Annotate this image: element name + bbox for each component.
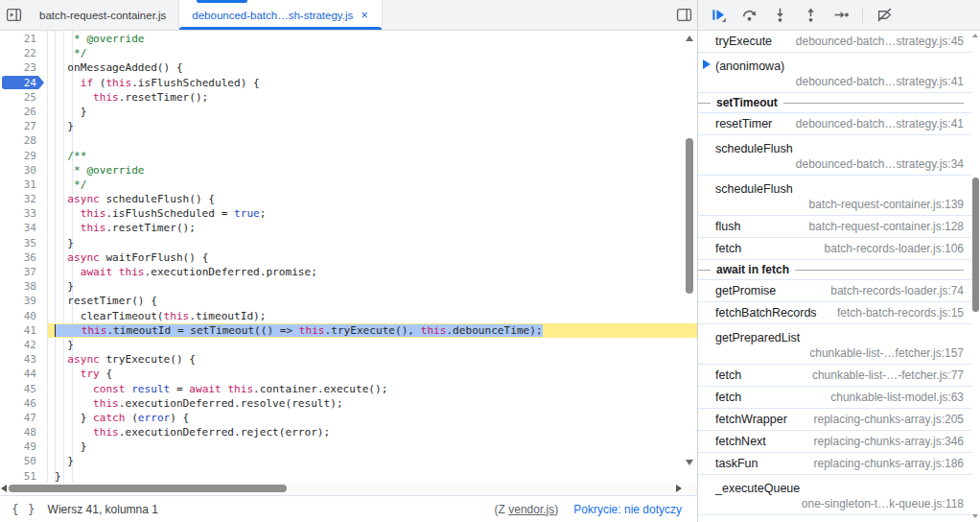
code-line[interactable]: resetTimer() { <box>48 294 697 308</box>
line-number[interactable]: 47 <box>0 411 47 425</box>
panel-scroll-up-icon[interactable] <box>972 34 978 37</box>
code-line[interactable]: * @override <box>48 163 697 178</box>
step-out-button[interactable] <box>798 3 823 28</box>
line-number[interactable]: 40 <box>0 309 47 323</box>
step-over-button[interactable] <box>736 3 761 28</box>
call-stack-frame[interactable]: fetchNextreplacing-chunks-array.js:346 <box>698 431 971 453</box>
code-line[interactable]: */ <box>48 46 697 60</box>
call-stack-frame[interactable]: fetchbatch-records-loader.js:106 <box>698 238 971 260</box>
line-number[interactable]: 25 <box>0 90 47 105</box>
panel-scroll-down-icon[interactable] <box>972 514 978 518</box>
line-number[interactable]: 32 <box>0 192 47 206</box>
code-line[interactable]: } <box>48 105 697 119</box>
code-line[interactable]: async waitForFlush() { <box>48 250 697 265</box>
code-line[interactable]: try { <box>48 367 697 381</box>
line-number[interactable]: 29 <box>0 149 47 163</box>
call-stack-frame[interactable]: fetchBatchRecordsfetch-batch-records.js:… <box>698 302 971 324</box>
code-line[interactable]: if (this.isFlushScheduled) { <box>48 76 697 90</box>
line-number[interactable]: 39 <box>0 294 47 308</box>
editor-vertical-scrollbar[interactable] <box>683 31 696 483</box>
code-line[interactable]: } catch (error) { <box>48 411 697 425</box>
code-line[interactable]: clearTimeout(this.timeoutId); <box>48 309 697 323</box>
tab-batch-request-container[interactable]: batch-request-container.js <box>27 0 179 30</box>
call-stack-frame[interactable]: flushbatch-request-container.js:128 <box>698 216 971 238</box>
code-line[interactable]: /** <box>48 149 697 163</box>
vertical-scrollbar-thumb[interactable] <box>686 138 693 294</box>
call-stack-frame[interactable]: fetchWrapperreplacing-chunks-array.js:20… <box>698 409 971 431</box>
scroll-right-icon[interactable] <box>676 485 682 492</box>
call-stack-frame-current[interactable]: (anonimowa)debounced-batch…strategy.js:4… <box>698 53 971 93</box>
code-line[interactable]: } <box>48 439 697 454</box>
step-button[interactable] <box>828 3 853 28</box>
line-number[interactable]: 45 <box>0 382 47 396</box>
code-line[interactable]: this.executionDeferred.reject(error); <box>48 425 697 439</box>
call-stack-frame[interactable]: scheduleFlushdebounced-batch…strategy.js… <box>698 135 971 176</box>
code-line[interactable]: async scheduleFlush() { <box>48 192 697 206</box>
code-line[interactable]: */ <box>48 178 697 192</box>
tab-debounced-batch-strategy[interactable]: debounced-batch…sh-strategy.js × <box>179 0 383 30</box>
close-tab-icon[interactable]: × <box>360 9 369 21</box>
code-line[interactable]: } <box>48 454 697 468</box>
call-stack-frame[interactable]: getPromisebatch-records-loader.js:74 <box>698 280 971 302</box>
line-number[interactable]: 31 <box>0 178 47 192</box>
call-stack-frame[interactable]: fetchchunkable-list-…-fetcher.js:77 <box>698 365 971 387</box>
code-line[interactable]: * @override <box>48 32 697 46</box>
line-number[interactable]: 23 <box>0 60 47 75</box>
panel-scrollbar[interactable] <box>971 31 980 522</box>
scroll-down-icon[interactable] <box>686 460 693 465</box>
code-line[interactable]: } <box>48 236 697 250</box>
deactivate-breakpoints-button[interactable] <box>872 3 897 28</box>
line-number[interactable]: 36 <box>0 250 47 265</box>
line-number[interactable]: 35 <box>0 236 47 250</box>
code-line[interactable] <box>48 133 697 148</box>
line-number[interactable]: 38 <box>0 279 47 294</box>
code-line[interactable]: await this.executionDeferred.promise; <box>48 265 697 279</box>
code-line[interactable]: } <box>48 338 697 352</box>
line-number[interactable]: 28 <box>0 133 47 148</box>
line-number[interactable]: 41 <box>0 323 47 338</box>
line-number[interactable]: 46 <box>0 396 47 411</box>
show-navigator-button[interactable] <box>0 0 27 30</box>
resume-button[interactable] <box>706 3 731 28</box>
call-stack-frame[interactable]: tryExecutedebounced-batch…strategy.js:45 <box>698 31 971 53</box>
line-number[interactable]: 30 <box>0 163 47 178</box>
code-line[interactable]: } <box>48 469 697 483</box>
code-line[interactable]: } <box>48 119 697 133</box>
call-stack-frame[interactable]: _executeQueueone-singleton-t…k-queue.js:… <box>698 475 971 515</box>
line-number[interactable]: 37 <box>0 265 47 279</box>
code-line[interactable]: onMessageAdded() { <box>48 60 697 75</box>
line-number[interactable]: 44 <box>0 367 47 381</box>
call-stack-frame[interactable]: resetTimerdebounced-batch…strategy.js:41 <box>698 113 971 135</box>
line-number[interactable]: 22 <box>0 46 47 60</box>
coverage-link[interactable]: Pokrycie: nie dotyczy <box>573 503 682 516</box>
code-line[interactable]: this.executionDeferred.resolve(result); <box>48 396 697 411</box>
line-number[interactable]: 27 <box>0 119 47 133</box>
line-number[interactable]: 43 <box>0 352 47 367</box>
panel-scrollbar-thumb[interactable] <box>972 178 979 312</box>
code-line[interactable]: } <box>48 279 697 294</box>
step-into-button[interactable] <box>767 3 792 28</box>
scroll-left-icon[interactable] <box>1 485 7 492</box>
source-map-link[interactable]: vendor.js <box>508 503 554 516</box>
line-number[interactable]: 42 <box>0 338 47 352</box>
execution-code-line[interactable]: this.timeoutId = setTimeout(() => this.t… <box>48 323 697 338</box>
line-number[interactable]: 48 <box>0 425 47 439</box>
toggle-debugger-sidebar-button[interactable] <box>670 0 697 30</box>
line-number[interactable]: 50 <box>0 454 47 468</box>
scroll-up-icon[interactable] <box>686 36 693 41</box>
code-line[interactable]: this.resetTimer(); <box>48 90 697 105</box>
line-number[interactable]: 51 <box>0 469 47 483</box>
code-line[interactable]: this.resetTimer(); <box>48 221 697 235</box>
call-stack-frame[interactable]: getPreparedListchunkable-list-…fetcher.j… <box>698 324 971 365</box>
pretty-print-icon[interactable]: { } <box>12 502 36 516</box>
call-stack-frame[interactable]: fetchchunkable-list-model.js:63 <box>698 387 971 409</box>
code-line[interactable]: const result = await this.container.exec… <box>48 382 697 396</box>
line-number[interactable]: 26 <box>0 105 47 119</box>
call-stack-frame[interactable]: taskFunreplacing-chunks-array.js:186 <box>698 453 971 475</box>
line-number[interactable]: 49 <box>0 439 47 454</box>
horizontal-scrollbar-thumb[interactable] <box>9 485 287 492</box>
code-line[interactable]: this.isFlushScheduled = true; <box>48 206 697 221</box>
editor-horizontal-scrollbar[interactable] <box>0 483 697 495</box>
call-stack-frame[interactable]: tryExecuteQueueone-singleton-task-queue.… <box>698 515 971 522</box>
call-stack-frame[interactable]: scheduleFlushbatch-request-container.js:… <box>698 176 971 216</box>
